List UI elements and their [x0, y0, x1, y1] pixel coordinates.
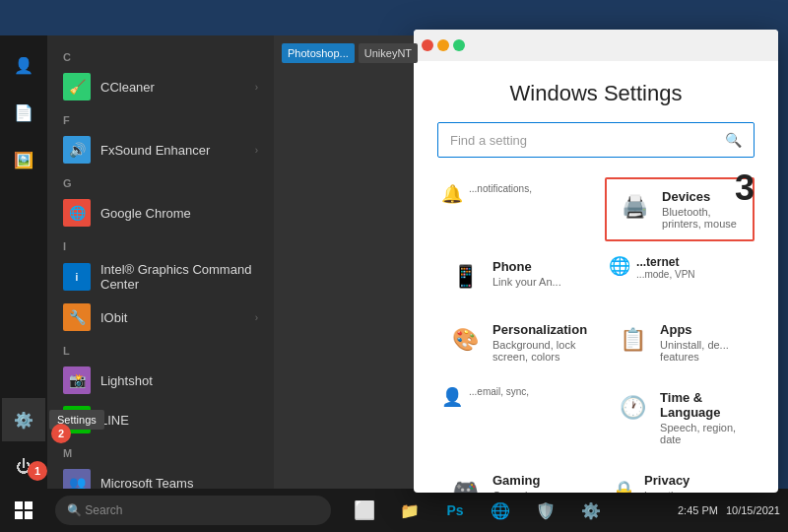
devices-desc: Bluetooth, printers, mouse — [662, 206, 743, 230]
avast-taskbar-button[interactable]: 🛡️ — [524, 489, 567, 532]
accounts-text: ...email, sync, — [469, 386, 529, 397]
apps-icon: 📋 — [615, 322, 650, 358]
user-icon: 👤 — [14, 56, 33, 75]
phone-icon: 📱 — [447, 259, 483, 295]
minimize-button[interactable] — [437, 39, 449, 51]
photoshop-taskbar-button[interactable]: Ps — [433, 489, 477, 532]
category-i: I — [47, 233, 274, 256]
sidebar-document-icon[interactable]: 📄 — [2, 91, 45, 134]
maximize-button[interactable] — [453, 39, 465, 51]
time-language-icon: 🕐 — [615, 390, 650, 426]
task-view-icon: ⬜ — [354, 499, 375, 521]
avast-taskbar-icon: 🛡️ — [536, 501, 556, 520]
photoshop-taskbar-icon: Ps — [446, 502, 463, 518]
task-view-button[interactable]: ⬜ — [343, 489, 386, 532]
teams-icon: 👥 — [63, 469, 91, 489]
apps-setting-item[interactable]: 📋 Apps Uninstall, de... features — [605, 312, 755, 372]
phone-name: Phone — [492, 259, 561, 274]
sidebar-user-icon[interactable]: 👤 — [2, 43, 45, 87]
devices-name: Devices — [662, 189, 743, 204]
file-explorer-icon: 📁 — [400, 501, 420, 520]
photo-icon: 🖼️ — [14, 151, 33, 169]
category-f: F — [47, 106, 274, 130]
internet-partial-item[interactable]: 🌐 ...ternet ...mode, VPN — [605, 249, 755, 304]
iobit-icon: 🔧 — [63, 303, 91, 331]
privacy-name: Privacy — [644, 473, 727, 488]
iobit-chevron: › — [255, 312, 258, 323]
settings-title: Windows Settings — [437, 81, 755, 106]
time-language-setting-item[interactable]: 🕐 Time & Language Speech, region, date — [605, 380, 755, 455]
pinned-tab-unikey[interactable]: UnikeyNT — [359, 43, 418, 63]
step-3-label: 3 — [735, 167, 755, 209]
chrome-taskbar-icon: 🌐 — [491, 501, 510, 520]
chrome-taskbar-button[interactable]: 🌐 — [479, 489, 522, 532]
phone-desc: Link your An... — [492, 276, 561, 288]
intel-icon: i — [63, 263, 91, 291]
step-2-badge: 2 — [51, 424, 71, 443]
privacy-setting-item[interactable]: 🔒 Privacy Location, camera — [605, 463, 755, 493]
app-teams[interactable]: 👥 Microsoft Teams — [47, 463, 274, 489]
apps-text: Apps Uninstall, de... features — [660, 322, 745, 363]
internet-desc: ...mode, VPN — [636, 269, 694, 280]
time-language-text: Time & Language Speech, region, date — [660, 390, 745, 445]
taskbar-search-placeholder: 🔍 Search — [67, 503, 122, 517]
start-menu-tiles: Photoshop... UnikeyNT — [274, 35, 414, 489]
devices-setting-item[interactable]: 🖨️ Devices Bluetooth, printers, mouse — [605, 177, 755, 241]
pinned-tab-photoshop[interactable]: Photoshop... — [282, 43, 355, 63]
app-ccleaner[interactable]: 🧹 CCleaner › — [47, 67, 274, 106]
search-placeholder-text: Find a setting — [450, 133, 527, 148]
fxsound-icon: 🔊 — [63, 136, 91, 164]
chrome-icon: 🌐 — [63, 199, 91, 227]
close-button[interactable] — [422, 39, 433, 51]
gaming-text: Gaming Game bar, broadcasting... — [492, 473, 587, 493]
phone-setting-item[interactable]: 📱 Phone Link your An... — [437, 249, 597, 304]
teams-label: Microsoft Teams — [100, 476, 193, 490]
accounts-icon: 👤 — [441, 386, 463, 408]
pinned-tabs: Photoshop... UnikeyNT — [282, 43, 406, 63]
file-explorer-button[interactable]: 📁 — [388, 489, 431, 532]
document-icon: 📄 — [14, 103, 33, 122]
start-menu: 👤 📄 🖼️ ⚙️ Settings ⏻ C 🧹 CCleaner — [0, 35, 414, 489]
category-c: C — [47, 43, 274, 67]
step-1-badge: 1 — [28, 461, 47, 481]
taskbar-tray: 2:45 PM 10/15/2021 — [670, 504, 788, 516]
devices-icon: 🖨️ — [617, 189, 652, 225]
app-intel[interactable]: i Intel® Graphics Command Center — [47, 256, 274, 298]
gaming-setting-item[interactable]: 🎮 Gaming Game bar, broadcasting... — [437, 463, 597, 493]
chrome-label: Google Chrome — [100, 206, 191, 221]
accounts-partial-item[interactable]: 👤 ...email, sync, — [437, 380, 597, 455]
app-iobit[interactable]: 🔧 IObit › — [47, 298, 274, 337]
ccleaner-icon: 🧹 — [63, 73, 91, 100]
desktop: Windows Settings Find a setting 🔍 3 🔔 ..… — [0, 0, 788, 532]
app-chrome[interactable]: 🌐 Google Chrome — [47, 193, 274, 233]
personalization-text: Personalization Background, lock screen,… — [492, 322, 587, 363]
sidebar-photo-icon[interactable]: 🖼️ — [2, 138, 45, 181]
settings-titlebar — [414, 30, 778, 61]
category-l: L — [47, 337, 274, 361]
settings-search-bar[interactable]: Find a setting 🔍 — [437, 122, 755, 158]
start-button[interactable] — [0, 489, 47, 532]
ccleaner-chevron: › — [255, 82, 258, 93]
app-lightshot[interactable]: 📸 Lightshot — [47, 361, 274, 400]
privacy-text: Privacy Location, camera — [644, 473, 727, 493]
sidebar-settings-icon[interactable]: ⚙️ Settings — [2, 398, 45, 441]
ccleaner-label: CCleaner — [100, 80, 155, 95]
lightshot-icon: 📸 — [63, 366, 91, 394]
privacy-desc: Location, camera — [644, 490, 727, 493]
app-fxsound[interactable]: 🔊 FxSound Enhancer › — [47, 130, 274, 169]
gaming-name: Gaming — [492, 473, 587, 488]
time-language-name: Time & Language — [660, 390, 745, 420]
iobit-label: IObit — [100, 310, 127, 325]
lightshot-label: Lightshot — [100, 373, 153, 388]
taskbar-search-bar[interactable]: 🔍 Search — [55, 496, 331, 525]
app-line[interactable]: 💬 LINE — [47, 400, 274, 439]
privacy-icon: 🔒 — [609, 473, 638, 493]
fxsound-label: FxSound Enhancer — [100, 143, 210, 158]
notifications-partial-item[interactable]: 🔔 ...notifications, — [437, 177, 597, 241]
tray-date: 10/15/2021 — [726, 504, 780, 516]
settings-taskbar-button[interactable]: ⚙️ — [569, 489, 613, 532]
devices-text: Devices Bluetooth, printers, mouse — [662, 189, 743, 230]
apps-desc: Uninstall, de... features — [660, 339, 745, 363]
personalization-setting-item[interactable]: 🎨 Personalization Background, lock scree… — [437, 312, 597, 372]
intel-label: Intel® Graphics Command Center — [100, 262, 258, 292]
